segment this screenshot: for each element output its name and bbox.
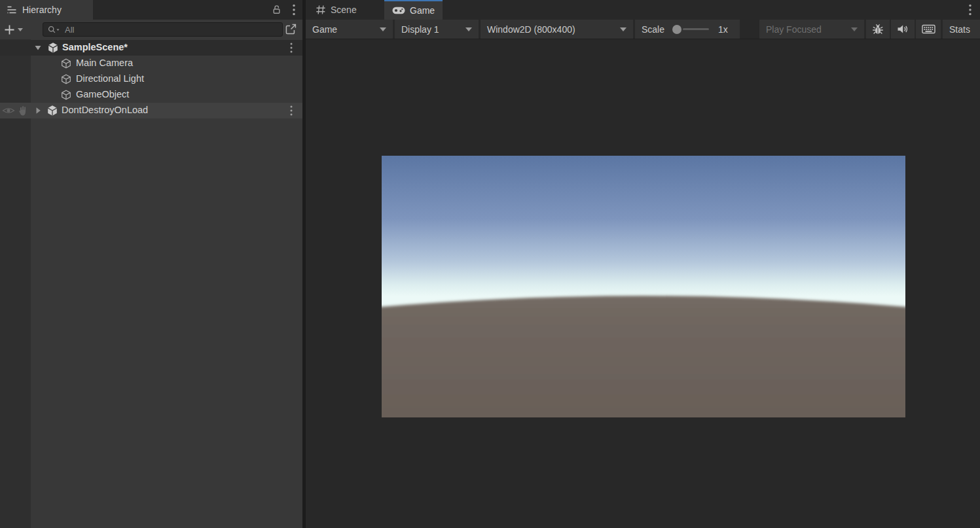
plus-icon — [4, 24, 15, 35]
tree-row-dontdestroyonload[interactable]: DontDestroyOnLoad — [0, 103, 302, 118]
game-tabbar: Scene Game — [306, 0, 980, 20]
gameobject-cube-icon — [60, 58, 72, 69]
scale-value: 1x — [718, 24, 728, 35]
stats-toggle-button[interactable]: Stats — [943, 20, 980, 39]
create-dropdown-caret-icon — [18, 28, 23, 31]
render-target-value: Game — [312, 24, 337, 35]
hierarchy-toolbar — [0, 20, 302, 39]
game-menu-kebab-icon[interactable] — [966, 4, 975, 16]
game-viewport — [306, 39, 980, 528]
unlock-icon[interactable] — [272, 5, 281, 15]
display-dropdown[interactable]: Display 1 — [395, 20, 479, 39]
scene-visibility-eye-icon[interactable] — [2, 106, 15, 115]
tree-row-directional-light[interactable]: Directional Light — [0, 71, 302, 87]
game-toolbar: Game Display 1 Window2D (800x400) Scale … — [306, 20, 980, 39]
hierarchy-panel: Hierarchy — [0, 0, 302, 528]
speaker-icon — [897, 24, 909, 34]
game-render-surface[interactable] — [382, 156, 905, 417]
tree-row-label: Directional Light — [76, 73, 144, 84]
keyboard-icon — [922, 24, 935, 34]
tree-row-label: Main Camera — [76, 58, 133, 68]
scale-slider-track[interactable] — [683, 28, 709, 30]
tree-row-label: GameObject — [76, 89, 129, 99]
search-field[interactable] — [43, 22, 283, 37]
scale-label: Scale — [642, 24, 664, 35]
tree-row-gameobject[interactable]: GameObject — [0, 87, 302, 103]
mute-audio-speaker-button[interactable] — [891, 20, 915, 39]
display-value: Display 1 — [401, 24, 439, 35]
scene-tab-label: Scene — [331, 5, 357, 15]
dropdown-caret-icon — [620, 27, 626, 31]
search-icon[interactable] — [48, 26, 60, 34]
unity-editor-window: { "hierarchy": { "tab_label": "Hierarchy… — [0, 0, 980, 528]
expander-down-icon[interactable] — [34, 44, 42, 52]
resolution-value: Window2D (800x400) — [487, 24, 575, 35]
create-object-button[interactable] — [4, 22, 30, 37]
keyboard-button[interactable] — [916, 20, 941, 39]
debug-bug-button[interactable] — [866, 20, 890, 39]
tab-scene[interactable]: Scene — [308, 0, 365, 20]
scene-pickability-hand-icon[interactable] — [17, 105, 29, 116]
game-tab-label: Game — [410, 5, 435, 16]
hierarchy-tab-label: Hierarchy — [22, 5, 62, 15]
scene-menu-kebab-icon[interactable] — [287, 42, 296, 54]
stats-label: Stats — [949, 24, 970, 35]
hierarchy-list-icon — [7, 5, 17, 15]
tree-row-label: SampleScene* — [62, 42, 128, 52]
tab-game[interactable]: Game — [384, 0, 443, 20]
scale-slider-knob[interactable] — [672, 25, 681, 34]
game-panel: Scene Game Game Display 1 — [306, 0, 980, 528]
popout-window-button[interactable] — [284, 22, 299, 37]
hierarchy-tab-actions — [272, 0, 299, 20]
hierarchy-menu-kebab-icon[interactable] — [289, 4, 299, 16]
scene-menu-kebab-icon[interactable] — [287, 105, 296, 116]
ground — [382, 296, 905, 417]
unity-scene-icon — [46, 105, 58, 116]
tree-row-main-camera[interactable]: Main Camera — [0, 56, 302, 71]
game-render-image — [382, 156, 905, 417]
unity-scene-icon — [47, 42, 59, 54]
play-focused-dropdown[interactable]: Play Focused — [759, 20, 864, 39]
expander-right-icon[interactable] — [34, 107, 42, 114]
tree-row-samplescene[interactable]: SampleScene* — [0, 40, 302, 56]
gameobject-cube-icon — [60, 89, 72, 101]
render-target-dropdown[interactable]: Game — [306, 20, 393, 39]
bug-icon — [872, 24, 884, 35]
dropdown-caret-icon — [465, 27, 472, 31]
search-input[interactable] — [64, 24, 278, 35]
gameobject-cube-icon — [60, 73, 72, 85]
dropdown-caret-icon — [380, 27, 386, 31]
hierarchy-tree: SampleScene* Main Camera Di — [0, 39, 302, 528]
resolution-dropdown[interactable]: Window2D (800x400) — [481, 20, 633, 39]
gamepad-icon — [392, 7, 405, 14]
tab-hierarchy[interactable]: Hierarchy — [0, 0, 93, 20]
scale-control: Scale 1x — [635, 20, 740, 39]
tree-row-label: DontDestroyOnLoad — [62, 105, 148, 115]
scene-grid-icon — [316, 5, 326, 15]
play-focused-value: Play Focused — [766, 24, 822, 35]
dropdown-caret-icon — [851, 27, 858, 31]
hierarchy-tabbar: Hierarchy — [0, 0, 302, 20]
